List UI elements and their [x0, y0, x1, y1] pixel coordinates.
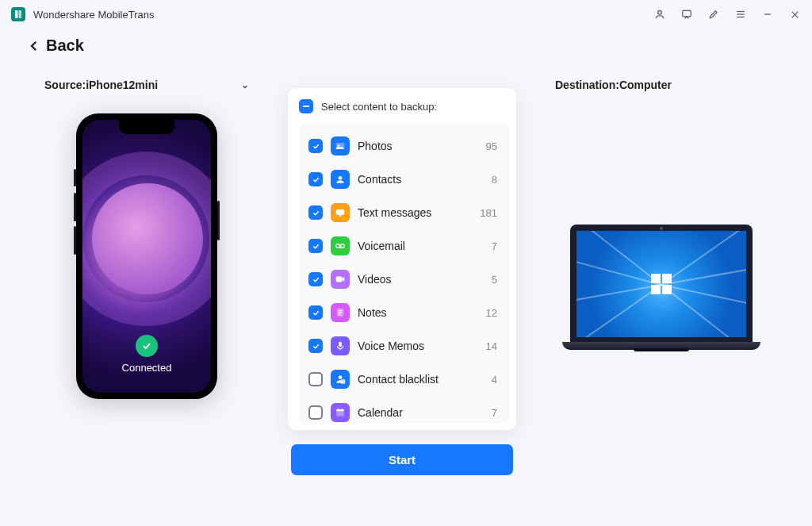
photo-icon [331, 136, 350, 155]
contact-icon [331, 170, 350, 189]
svg-point-24 [339, 375, 343, 379]
start-button[interactable]: Start [291, 444, 513, 475]
menu-icon[interactable] [734, 9, 747, 20]
checkbox-blacklist[interactable] [308, 372, 323, 386]
content-column: Select content to backup: Photos95Contac… [287, 79, 517, 475]
row-count: 8 [492, 174, 497, 186]
source-label-prefix: Source: [44, 79, 86, 91]
destination-column: Destination: Computer [550, 79, 772, 475]
row-count: 95 [486, 140, 497, 152]
row-label: Voicemail [358, 240, 484, 252]
svg-point-2 [658, 10, 662, 14]
checkbox-videos[interactable] [308, 272, 323, 286]
content-row-contacts: Contacts8 [304, 163, 502, 196]
content-row-voicememos: Voice Memos14 [304, 329, 502, 363]
checkbox-calendar[interactable] [308, 405, 323, 420]
chevron-left-icon [27, 39, 41, 53]
destination-device: Computer [619, 79, 672, 91]
content-row-texts: Text messages181 [304, 196, 502, 229]
mic-icon [331, 336, 350, 355]
content-list[interactable]: Photos95Contacts8Text messages181Voicema… [299, 123, 510, 424]
app-title: Wondershare MobileTrans [33, 9, 645, 21]
svg-rect-22 [339, 342, 342, 347]
source-status: Connected [122, 362, 172, 374]
chevron-down-icon: ⌄ [241, 79, 249, 90]
svg-rect-17 [336, 277, 343, 282]
destination-device-image [562, 225, 760, 351]
svg-rect-28 [336, 409, 343, 411]
source-device-image: Connected [76, 113, 217, 399]
row-count: 4 [492, 374, 497, 386]
titlebar: Wondershare MobileTrans [0, 0, 812, 29]
connected-check-icon [136, 335, 158, 357]
content-row-notes: Notes12 [304, 296, 502, 329]
feedback-icon[interactable] [680, 9, 693, 20]
account-icon[interactable] [653, 9, 666, 20]
content-panel: Select content to backup: Photos95Contac… [288, 88, 516, 430]
destination-header: Destination: Computer [550, 79, 772, 113]
calendar-icon [331, 403, 350, 422]
panel-title: Select content to backup: [321, 101, 437, 113]
edit-icon[interactable] [707, 9, 720, 20]
back-label: Back [46, 36, 84, 55]
svg-rect-3 [683, 10, 691, 17]
svg-rect-13 [336, 209, 345, 215]
row-label: Notes [358, 306, 478, 319]
row-label: Videos [358, 273, 484, 286]
row-label: Contact blacklist [358, 373, 484, 386]
checkbox-notes[interactable] [308, 305, 323, 320]
svg-point-15 [341, 244, 345, 248]
content-row-photos: Photos95 [304, 129, 502, 163]
row-label: Photos [358, 140, 478, 152]
app-logo-icon [11, 7, 25, 21]
row-label: Contacts [358, 173, 484, 186]
content-row-videos: Videos5 [304, 263, 502, 296]
svg-point-14 [336, 244, 340, 248]
checkbox-contacts[interactable] [308, 172, 323, 186]
content-row-calendar: Calendar7 [304, 396, 502, 424]
message-icon [331, 203, 350, 222]
checkbox-voicemail[interactable] [308, 239, 323, 253]
row-count: 181 [480, 207, 497, 219]
select-all-checkbox[interactable] [299, 99, 313, 113]
row-label: Voice Memos [358, 340, 478, 352]
block-icon [331, 370, 350, 389]
row-count: 12 [486, 307, 497, 319]
checkbox-texts[interactable] [308, 205, 323, 220]
row-count: 5 [492, 274, 497, 286]
destination-label-prefix: Destination: [555, 79, 619, 91]
row-label: Calendar [358, 406, 484, 419]
note-icon [331, 303, 350, 322]
row-count: 7 [492, 407, 497, 419]
close-icon[interactable] [788, 10, 801, 20]
content-row-voicemail: Voicemail7 [304, 229, 502, 263]
checkbox-photos[interactable] [308, 139, 323, 153]
row-count: 14 [486, 340, 497, 352]
checkbox-voicememos[interactable] [308, 339, 323, 353]
content-row-blacklist: Contact blacklist4 [304, 363, 502, 396]
back-button[interactable]: Back [0, 29, 812, 63]
row-label: Text messages [358, 206, 472, 219]
minimize-icon[interactable] [761, 9, 774, 20]
video-icon [331, 270, 350, 289]
svg-rect-1 [19, 10, 22, 18]
svg-rect-0 [15, 10, 18, 18]
svg-point-12 [339, 176, 343, 180]
row-count: 7 [492, 240, 497, 252]
source-column: Source: iPhone12mini ⌄ Connected [40, 79, 254, 475]
source-selector[interactable]: Source: iPhone12mini ⌄ [40, 79, 254, 113]
source-device: iPhone12mini [86, 79, 158, 91]
voicemail-icon [331, 236, 350, 255]
